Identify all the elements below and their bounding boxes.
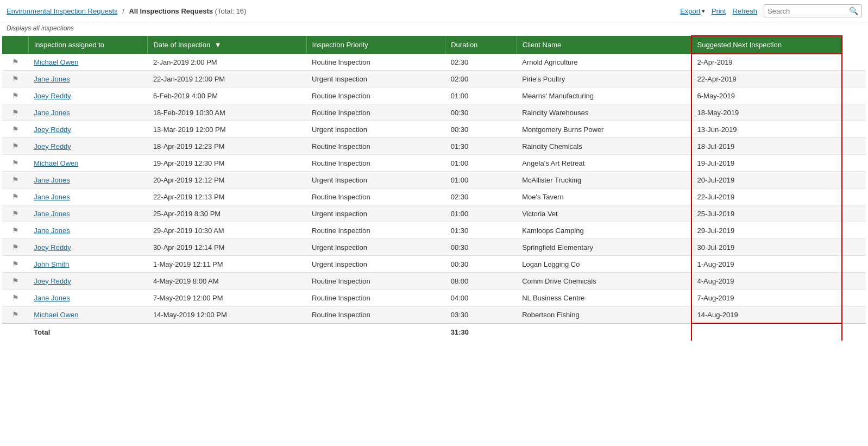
flag-cell: ⚑ [2,71,28,87]
person-link[interactable]: Jane Jones [34,193,70,201]
refresh-button[interactable]: Refresh [732,7,757,15]
person-link[interactable]: Jane Jones [34,75,70,83]
flag-cell: ⚑ [2,155,28,172]
flag-icon: ⚑ [12,277,19,285]
next-inspection-cell: 14-Aug-2019 [691,306,842,324]
date-cell: 4-May-2019 8:00 AM [148,273,306,290]
footer-spacer [842,323,866,341]
col-header-priority[interactable]: Inspection Priority [306,36,445,54]
col-header-next-inspection[interactable]: Suggested Next Inspection [691,36,842,54]
priority-cell: Routine Inspection [306,189,445,205]
table-row: ⚑Jane Jones29-Apr-2019 10:30 AMRoutine I… [2,222,866,239]
flag-icon: ⚑ [12,209,19,218]
col-header-assigned-to[interactable]: Inspection assigned to [28,36,148,54]
date-cell: 22-Jan-2019 12:00 PM [148,71,306,87]
row-spacer [842,205,866,222]
priority-cell: Urgent Inspection [306,172,445,189]
flag-cell: ⚑ [2,54,28,71]
date-cell: 6-Feb-2019 4:00 PM [148,87,306,104]
assigned-to-cell: Joey Reddy [28,87,148,104]
breadcrumb: Environmental Inspection Requests / All … [7,7,246,15]
row-spacer [842,222,866,239]
priority-cell: Routine Inspection [306,273,445,290]
breadcrumb-parent[interactable]: Environmental Inspection Requests [7,7,118,15]
row-spacer [842,273,866,290]
flag-icon: ⚑ [12,125,19,134]
duration-cell: 00:30 [445,239,517,256]
duration-cell: 02:30 [445,54,517,71]
duration-cell: 01:00 [445,172,517,189]
duration-cell: 01:30 [445,222,517,239]
client-cell: Victoria Vet [517,205,691,222]
row-spacer [842,290,866,306]
priority-cell: Routine Inspection [306,306,445,324]
next-inspection-cell: 22-Apr-2019 [691,71,842,87]
row-spacer [842,71,866,87]
col-header-date[interactable]: Date of Inspection ▼ [148,36,306,54]
assigned-to-cell: Michael Owen [28,155,148,172]
col-header-client[interactable]: Client Name [517,36,691,54]
duration-cell: 00:30 [445,256,517,273]
table-row: ⚑Joey Reddy18-Apr-2019 12:23 PMRoutine I… [2,138,866,155]
footer-label: Total [28,323,148,341]
client-cell: Logan Logging Co [517,256,691,273]
person-link[interactable]: Jane Jones [34,109,70,117]
table-row: ⚑Jane Jones20-Apr-2019 12:12 PMUrgent In… [2,172,866,189]
person-link[interactable]: Michael Owen [34,159,78,167]
person-link[interactable]: Michael Owen [34,311,78,319]
footer-date-cell [148,323,306,341]
person-link[interactable]: Jane Jones [34,176,70,184]
footer-duration: 31:30 [445,323,517,341]
assigned-to-cell: Jane Jones [28,222,148,239]
priority-cell: Urgent Inspection [306,256,445,273]
search-input[interactable] [768,7,849,15]
date-cell: 25-Apr-2019 8:30 PM [148,205,306,222]
duration-cell: 01:00 [445,205,517,222]
assigned-to-cell: Jane Jones [28,205,148,222]
footer-client-cell [517,323,691,341]
person-link[interactable]: Jane Jones [34,227,70,235]
duration-cell: 01:00 [445,87,517,104]
priority-cell: Routine Inspection [306,138,445,155]
table-row: ⚑Joey Reddy4-May-2019 8:00 AMRoutine Ins… [2,273,866,290]
person-link[interactable]: Joey Reddy [34,243,71,252]
person-link[interactable]: Joey Reddy [34,92,71,100]
print-button[interactable]: Print [712,7,726,15]
table-container: Inspection assigned to Date of Inspectio… [0,35,868,341]
next-inspection-cell: 22-Jul-2019 [691,189,842,205]
next-inspection-cell: 29-Jul-2019 [691,222,842,239]
flag-icon: ⚑ [12,74,19,83]
person-link[interactable]: Jane Jones [34,294,70,302]
client-cell: Kamloops Camping [517,222,691,239]
search-box[interactable]: 🔍 [764,4,861,17]
client-cell: Moe's Tavern [517,189,691,205]
row-spacer [842,172,866,189]
next-inspection-cell: 25-Jul-2019 [691,205,842,222]
assigned-to-cell: Michael Owen [28,54,148,71]
search-icon: 🔍 [849,7,858,15]
export-link[interactable]: Export [680,7,701,15]
table-row: ⚑Jane Jones22-Jan-2019 12:00 PMUrgent In… [2,71,866,87]
date-cell: 1-May-2019 12:11 PM [148,256,306,273]
date-cell: 18-Apr-2019 12:23 PM [148,138,306,155]
table-header-row: Inspection assigned to Date of Inspectio… [2,36,866,54]
assigned-to-cell: Joey Reddy [28,273,148,290]
priority-cell: Routine Inspection [306,87,445,104]
flag-icon: ⚑ [12,260,19,268]
person-link[interactable]: Joey Reddy [34,142,71,150]
flag-icon: ⚑ [12,142,19,150]
duration-cell: 02:00 [445,71,517,87]
export-button[interactable]: Export ▾ [680,7,705,15]
date-cell: 2-Jan-2019 2:00 PM [148,54,306,71]
client-cell: McAllister Trucking [517,172,691,189]
person-link[interactable]: Jane Jones [34,210,70,218]
person-link[interactable]: John Smith [34,260,69,268]
assigned-to-cell: Jane Jones [28,71,148,87]
person-link[interactable]: Michael Owen [34,58,78,66]
priority-cell: Routine Inspection [306,155,445,172]
assigned-to-cell: Jane Jones [28,172,148,189]
person-link[interactable]: Joey Reddy [34,277,71,285]
person-link[interactable]: Joey Reddy [34,125,71,134]
col-header-duration[interactable]: Duration [445,36,517,54]
client-cell: Arnold Agriculture [517,54,691,71]
